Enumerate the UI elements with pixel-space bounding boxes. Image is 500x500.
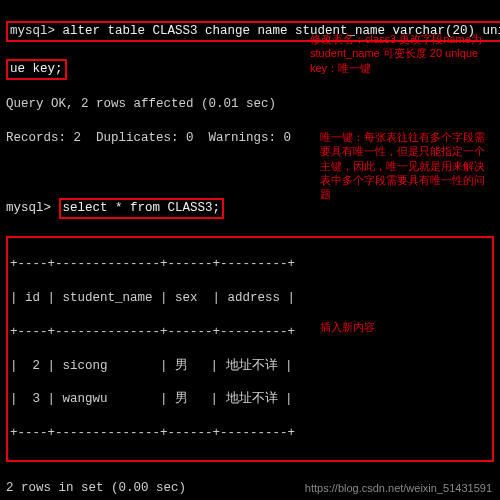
annotation-alter: 修改表名：class3 更改字段name为student_name 可变长度 2… [310,32,485,75]
table-row: | 3 | wangwu | 男 | 地址不详 | [10,391,490,408]
table-row: | 2 | sicong | 男 | 地址不详 | [10,358,490,375]
query-result: Query OK, 2 rows affected (0.01 sec) [6,96,494,113]
table-sep: +----+--------------+------+---------+ [10,324,490,341]
table-box-1: +----+--------------+------+---------+ |… [6,236,494,461]
terminal: mysql> alter table CLASS3 change name st… [0,0,500,500]
cmd-box-2: select * from CLASS3; [59,198,225,219]
annotation-insert: 插入新内容 [320,320,375,334]
annotation-unique: 唯一键：每张表往往有多个字段需要具有唯一性，但是只能指定一个主键，因此，唯一见就… [320,130,495,201]
table-sep: +----+--------------+------+---------+ [10,256,490,273]
sql-alter-cont: ue key; [10,62,63,76]
cmd-box-1b: ue key; [6,59,67,80]
sql-select-1[interactable]: select * from CLASS3; [63,201,221,215]
prompt[interactable]: mysql> [10,24,55,38]
prompt[interactable]: mysql> [6,201,51,215]
table-sep: +----+--------------+------+---------+ [10,425,490,442]
watermark: https://blog.csdn.net/weixin_51431591 [305,481,492,496]
table-head: | id | student_name | sex | address | [10,290,490,307]
